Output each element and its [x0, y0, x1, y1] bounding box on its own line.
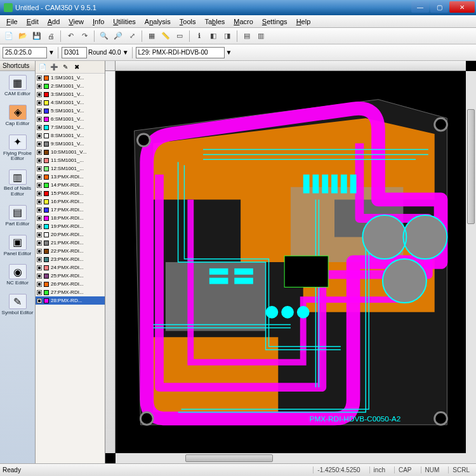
layer-visibility-checkbox[interactable]: [37, 76, 42, 81]
menu-view[interactable]: View: [65, 17, 88, 27]
layer-visibility-checkbox[interactable]: [37, 142, 42, 147]
menu-add[interactable]: Add: [44, 17, 64, 27]
layer-color-swatch[interactable]: [44, 158, 49, 163]
title-bar[interactable]: Untitled - CAM350 V 9.5.1 — ▢ ✕: [0, 0, 476, 15]
layer-list[interactable]: 1:SM1001_V...2:SM1001_V...3:SM1001_V...4…: [36, 74, 105, 463]
shortcut-cap-editor[interactable]: ◈Cap Editor: [0, 101, 35, 131]
menu-info[interactable]: Info: [89, 17, 108, 27]
shortcut-cam-editor[interactable]: ▦CAM Editor: [0, 71, 35, 101]
dcode-input[interactable]: [62, 47, 87, 58]
layer-visibility-checkbox[interactable]: [37, 208, 42, 213]
ruler-horizontal[interactable]: [116, 61, 466, 71]
maximize-button[interactable]: ▢: [430, 1, 448, 13]
shortcut-nc-editor[interactable]: ◉NC Editor: [0, 260, 35, 290]
layer-delete-icon[interactable]: ✖: [72, 63, 81, 72]
layer-row[interactable]: 5:SM1001_V...: [36, 107, 105, 115]
layer-color-swatch[interactable]: [44, 125, 49, 130]
redo-icon[interactable]: ↷: [78, 30, 91, 43]
zoom-fit-icon[interactable]: ⤢: [126, 30, 138, 43]
layer-color-swatch[interactable]: [44, 249, 49, 254]
coord-input[interactable]: [3, 47, 47, 58]
layer-row[interactable]: 25:PMX-RDI...: [36, 272, 105, 280]
layer-visibility-checkbox[interactable]: [37, 183, 42, 188]
layer-visibility-checkbox[interactable]: [37, 100, 42, 105]
layer-row[interactable]: 2:SM1001_V...: [36, 82, 105, 90]
layer-row[interactable]: 15:PMX-RDI...: [36, 189, 105, 197]
layer-color-swatch[interactable]: [44, 84, 49, 89]
layer-color-swatch[interactable]: [44, 199, 49, 204]
layer-row[interactable]: 3:SM1001_V...: [36, 90, 105, 98]
scrollbar-vertical[interactable]: [466, 71, 476, 453]
menu-analysis[interactable]: Analysis: [141, 17, 175, 27]
layer-color-swatch[interactable]: [44, 175, 49, 180]
layer-row[interactable]: 19:PMX-RDI...: [36, 222, 105, 230]
layer-visibility-checkbox[interactable]: [37, 224, 42, 229]
layer-color-swatch[interactable]: [44, 290, 49, 295]
layer-icon[interactable]: ▦: [145, 30, 158, 43]
layer-color-swatch[interactable]: [44, 216, 49, 221]
layer-color-swatch[interactable]: [44, 142, 49, 147]
layer-row[interactable]: 16:PMX-RDI...: [36, 197, 105, 206]
measure-icon[interactable]: 📏: [159, 30, 172, 43]
menu-help[interactable]: Help: [293, 17, 315, 27]
toggle-b-icon[interactable]: ◨: [221, 30, 234, 43]
layer-color-swatch[interactable]: [44, 100, 49, 105]
print-icon[interactable]: 🖨: [44, 30, 57, 43]
display-mode-icon[interactable]: ▤: [241, 30, 253, 43]
layer-visibility-checkbox[interactable]: [37, 265, 42, 270]
layer-color-swatch[interactable]: [44, 208, 49, 213]
layer-row[interactable]: 18:PMX-RDI...: [36, 214, 105, 222]
zoom-in-icon[interactable]: 🔍: [98, 30, 110, 43]
layer-visibility-checkbox[interactable]: [37, 92, 42, 97]
layer-visibility-checkbox[interactable]: [37, 150, 42, 155]
layer-color-swatch[interactable]: [44, 265, 49, 270]
layer-color-swatch[interactable]: [44, 92, 49, 97]
toggle-a-icon[interactable]: ◧: [207, 30, 220, 43]
layer-row[interactable]: 12:SM1001_...: [36, 164, 105, 173]
layer-row[interactable]: 13:PMX-RDI...: [36, 173, 105, 181]
select-icon[interactable]: ▭: [173, 30, 186, 43]
layer-visibility-checkbox[interactable]: [37, 274, 42, 279]
layer-color-swatch[interactable]: [44, 224, 49, 229]
layer-color-swatch[interactable]: [44, 166, 49, 171]
shortcut-part-editor[interactable]: ▤Part Editor: [0, 201, 35, 231]
layer-row[interactable]: 11:SM1001_...: [36, 156, 105, 164]
layer-visibility-checkbox[interactable]: [37, 282, 42, 287]
menu-settings[interactable]: Settings: [258, 17, 291, 27]
layer-color-swatch[interactable]: [44, 274, 49, 279]
layer-row[interactable]: 23:PMX-RDI...: [36, 255, 105, 263]
layer-color-swatch[interactable]: [44, 133, 49, 138]
layer-visibility-checkbox[interactable]: [37, 191, 42, 196]
layer-color-swatch[interactable]: [44, 232, 49, 237]
menu-utilities[interactable]: Utilities: [109, 17, 139, 27]
layer-row[interactable]: 27:PMX-RDI...: [36, 288, 105, 296]
layer-row[interactable]: 17:PMX-RDI...: [36, 206, 105, 214]
shortcut-flying-probe[interactable]: ✦Flying Probe Editor: [0, 131, 35, 166]
info-icon[interactable]: ℹ: [193, 30, 206, 43]
layer-row[interactable]: 14:PMX-RDI...: [36, 181, 105, 189]
layer-color-swatch[interactable]: [44, 191, 49, 196]
layer-color-swatch[interactable]: [44, 183, 49, 188]
layer-color-swatch[interactable]: [44, 257, 49, 262]
layer-visibility-checkbox[interactable]: [37, 199, 42, 204]
layer-color-swatch[interactable]: [44, 241, 49, 246]
undo-icon[interactable]: ↶: [64, 30, 77, 43]
layer-color-swatch[interactable]: [44, 109, 49, 114]
layer-visibility-checkbox[interactable]: [37, 290, 42, 295]
scroll-thumb-v[interactable]: [467, 109, 475, 224]
layer-new-icon[interactable]: 📄: [38, 63, 47, 72]
layer-edit-icon[interactable]: ✎: [61, 63, 70, 72]
minimize-button[interactable]: —: [411, 1, 429, 13]
scrollbar-horizontal[interactable]: [116, 453, 466, 463]
menu-tables[interactable]: Tables: [201, 17, 228, 27]
layer-visibility-checkbox[interactable]: [37, 249, 42, 254]
layer-visibility-checkbox[interactable]: [37, 117, 42, 122]
new-icon[interactable]: 📄: [3, 30, 15, 43]
layer-row[interactable]: 26:PMX-RDI...: [36, 280, 105, 288]
layer-row[interactable]: 28:PMX-RD...: [36, 296, 105, 305]
scroll-thumb-h[interactable]: [185, 454, 273, 462]
zoom-out-icon[interactable]: 🔎: [112, 30, 124, 43]
shortcut-bed-of-nails[interactable]: ▥Bed of Nails Editor: [0, 166, 35, 201]
layer-visibility-checkbox[interactable]: [37, 298, 42, 303]
layer-color-swatch[interactable]: [44, 76, 49, 81]
